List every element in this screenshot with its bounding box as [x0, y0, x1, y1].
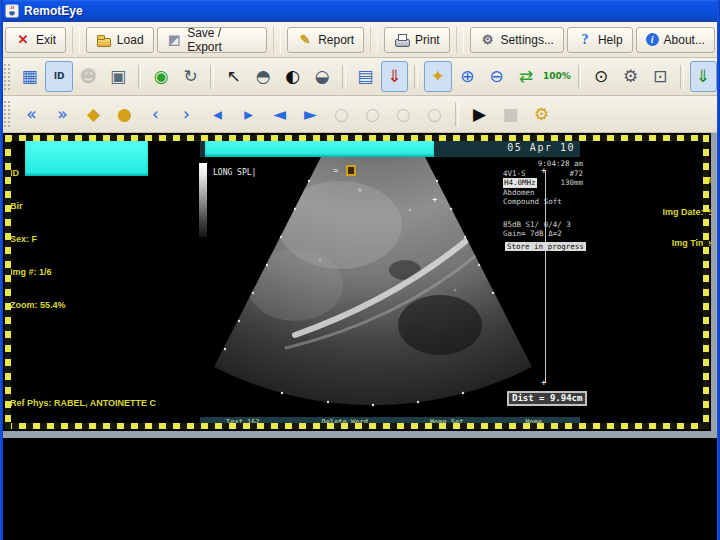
menu-separator: [456, 27, 464, 53]
lock-drag-button[interactable]: ●: [110, 100, 139, 129]
prev-image-button[interactable]: ‹: [141, 100, 170, 129]
store-status-label: Store in progress: [505, 242, 586, 251]
prev-study-button[interactable]: ◄: [265, 100, 294, 129]
print-button[interactable]: Print: [384, 27, 450, 53]
invert-contrast-button[interactable]: ◐: [279, 61, 306, 92]
patient-id-icon: ID: [54, 72, 65, 81]
toolbar-separator: [680, 65, 684, 89]
store-image-icon: ⇓: [388, 68, 402, 85]
zoom-in-icon: ⊕: [460, 68, 474, 85]
pointer-tool-button[interactable]: ↖: [220, 61, 247, 92]
cine-play-button[interactable]: ▶: [465, 100, 494, 129]
exit-icon: ✕: [15, 32, 31, 48]
cine-settings-button[interactable]: ⚙: [527, 100, 556, 129]
layout-grid-icon: ▦: [22, 68, 38, 85]
caliper-mark: +: [541, 378, 546, 387]
zoom-out-button[interactable]: ⊖: [483, 61, 510, 92]
next-series-button[interactable]: ▸: [234, 100, 263, 129]
next-screen-button[interactable]: »: [48, 100, 77, 129]
rotate-flip-icon: ↻: [183, 68, 197, 85]
about-button[interactable]: iAbout...: [636, 27, 715, 53]
prev-screen-button[interactable]: «: [17, 100, 46, 129]
export-image-button[interactable]: ⇓: [690, 61, 717, 92]
exit-button[interactable]: ✕Exit: [5, 27, 66, 53]
study-date: 05 Apr 10: [507, 142, 575, 153]
caliper-mark: +: [541, 166, 546, 175]
viewport-margin-strip: [3, 431, 717, 438]
distance-measurement-label: Dist = 9.94cm: [507, 391, 587, 406]
screen-magnifier-button[interactable]: ⊡: [646, 61, 673, 92]
icon-toolbar-row2: «»◆●‹›◂▸◄►○○○○▶■⚙: [0, 96, 720, 133]
patient-id-button[interactable]: ID: [45, 61, 72, 92]
cine-prev-icon: ○: [365, 106, 380, 123]
lock-drag-icon: ●: [117, 106, 132, 123]
next-screen-icon: »: [57, 106, 67, 123]
report-label: Report: [318, 33, 354, 47]
window-border-left: [0, 0, 3, 540]
selection-border-left: [5, 135, 11, 429]
printer-icon: [394, 32, 410, 48]
screen-magnifier-icon: ⊡: [653, 68, 667, 85]
settings-button[interactable]: ⚙Settings...: [470, 27, 564, 53]
window-title: RemotEye: [24, 4, 83, 18]
settings-label: Settings...: [501, 33, 554, 47]
magnifier-settings-button[interactable]: ⚙: [617, 61, 644, 92]
copy-stack-button[interactable]: ▤: [352, 61, 379, 92]
load-folder-icon: [96, 32, 112, 48]
transducer-name: 4V1-S: [503, 169, 526, 179]
about-info-icon: i: [646, 33, 659, 46]
viewer-settings-icon: ▣: [110, 68, 126, 85]
load-button[interactable]: Load: [86, 27, 154, 53]
text-cursor: |: [252, 168, 257, 177]
lock-store-icon: ◆: [87, 106, 100, 123]
mouse-scroll-tool-button[interactable]: ◒: [308, 61, 335, 92]
toolbar-separator: [210, 65, 214, 89]
layout-grid-button[interactable]: ▦: [16, 61, 43, 92]
next-study-button[interactable]: ►: [296, 100, 325, 129]
toolbar-separator: [138, 65, 142, 89]
zoom-100-button[interactable]: 100%: [542, 61, 572, 92]
save-export-icon: ◩: [167, 32, 183, 48]
viewer-settings-button[interactable]: ▣: [104, 61, 131, 92]
approx-symbol: ≃: [333, 165, 338, 175]
mouse-scroll-tool-icon: ◒: [315, 68, 330, 85]
zoom-in-button[interactable]: ⊕: [454, 61, 481, 92]
cine-last-icon: ○: [427, 106, 442, 123]
cine-next-icon: ○: [396, 106, 411, 123]
prev-study-icon: ◄: [273, 106, 286, 123]
anonymize-patient-button: ☻: [75, 61, 102, 92]
report-button[interactable]: ✎Report: [287, 27, 364, 53]
exit-label: Exit: [36, 33, 56, 47]
cine-stop-button: ■: [496, 100, 525, 129]
title-bar: RemotEye: [0, 0, 720, 22]
image-viewport[interactable]: AIK 05 Apr 10 ID Bir Sex: F Img #: 1/6 Z…: [3, 133, 717, 431]
next-image-icon: ›: [183, 106, 190, 123]
cine-play-icon: ▶: [473, 106, 486, 123]
next-image-button[interactable]: ›: [172, 100, 201, 129]
load-label: Load: [117, 33, 144, 47]
magnifier-button[interactable]: ⊙: [587, 61, 614, 92]
cine-next-button: ○: [389, 100, 418, 129]
window-level-tool-button[interactable]: ◓: [249, 61, 276, 92]
rotate-flip-button[interactable]: ↻: [177, 61, 204, 92]
toolbar-separator: [455, 102, 459, 126]
zoom-prev-next-button[interactable]: ⇄: [512, 61, 539, 92]
patient-name-redaction-box: [205, 140, 434, 157]
prev-series-button[interactable]: ◂: [203, 100, 232, 129]
save-export-button[interactable]: ◩Save / Export: [157, 27, 268, 53]
image-info-button[interactable]: ◉: [147, 61, 174, 92]
cine-first-icon: ○: [334, 106, 349, 123]
print-label: Print: [415, 33, 440, 47]
lock-store-button[interactable]: ◆: [79, 100, 108, 129]
toolbar-drag-handle[interactable]: [3, 100, 12, 128]
store-image-button[interactable]: ⇓: [381, 61, 408, 92]
ref-phys: Ref Phys: RABEL, ANTOINETTE C: [10, 398, 156, 409]
toolbar-drag-handle[interactable]: [3, 63, 11, 91]
zoom-out-icon: ⊖: [490, 68, 504, 85]
help-button[interactable]: ?Help: [567, 27, 633, 53]
help-label: Help: [598, 33, 623, 47]
prev-screen-icon: «: [26, 106, 36, 123]
layout-stars-button[interactable]: ✦: [424, 61, 451, 92]
settings-line-2: Gain= 7dB Δ=2: [503, 229, 583, 239]
image-info-icon: ◉: [154, 68, 169, 85]
